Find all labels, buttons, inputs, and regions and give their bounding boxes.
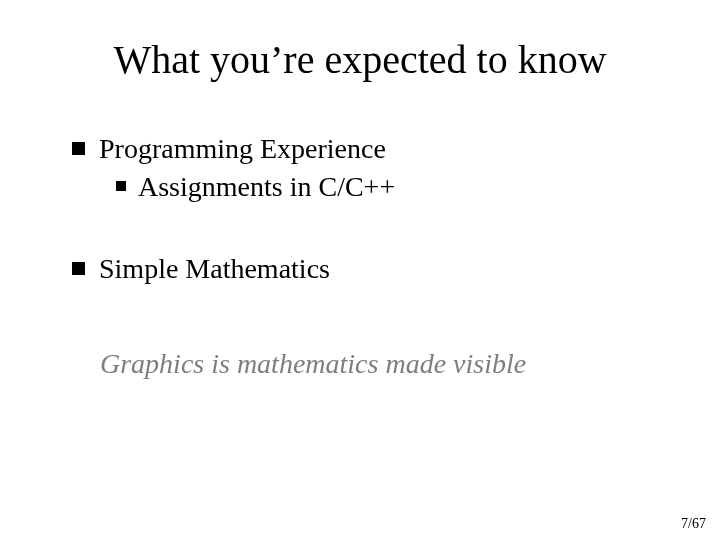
page-total: 67 — [692, 516, 706, 531]
small-square-bullet-icon — [116, 181, 126, 191]
square-bullet-icon — [72, 142, 85, 155]
bullet-row: Programming Experience — [72, 130, 660, 168]
spacer — [72, 216, 660, 250]
slide: What you’re expected to know Programming… — [0, 0, 720, 540]
bullet-item-2: Simple Mathematics — [72, 250, 660, 288]
bullet-1-label: Programming Experience — [99, 130, 660, 168]
bullet-item-1: Programming Experience Assignments in C/… — [72, 130, 660, 206]
bullet-2-label: Simple Mathematics — [99, 250, 660, 288]
square-bullet-icon — [72, 262, 85, 275]
quote-text: Graphics is mathematics made visible — [100, 348, 660, 380]
bullet-row: Simple Mathematics — [72, 250, 660, 288]
page-number: 7/67 — [681, 516, 706, 532]
slide-body: Programming Experience Assignments in C/… — [72, 130, 660, 297]
slide-title: What you’re expected to know — [0, 36, 720, 83]
sub-bullet-item-1: Assignments in C/C++ — [116, 168, 660, 206]
sub-bullet-1-label: Assignments in C/C++ — [138, 168, 395, 206]
